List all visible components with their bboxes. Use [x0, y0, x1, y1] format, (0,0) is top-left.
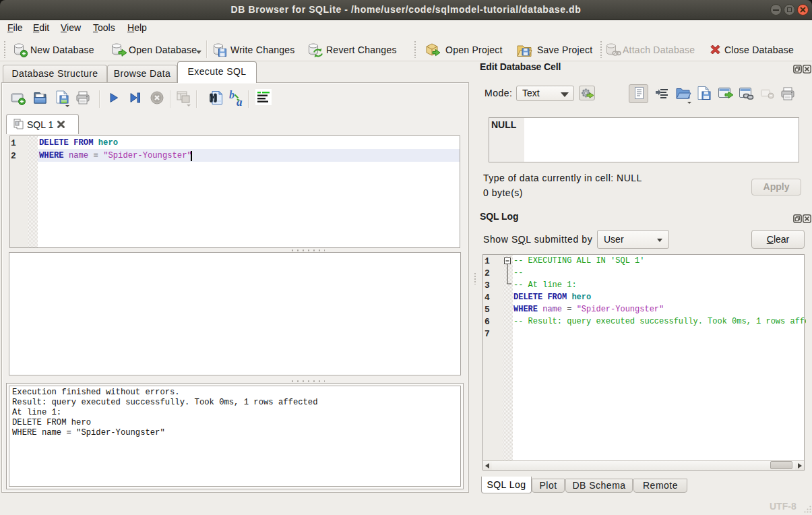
svg-text:b: b: [229, 90, 235, 100]
